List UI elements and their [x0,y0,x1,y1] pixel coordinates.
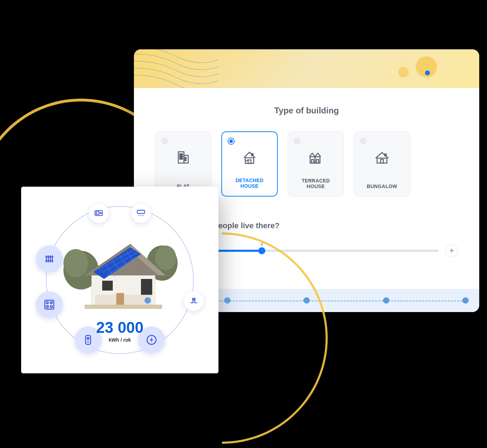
radiator-icon [36,245,63,272]
section-title: Type of building [155,106,458,116]
svg-rect-15 [312,160,314,163]
pipe-icon [184,291,204,311]
svg-rect-5 [181,156,183,157]
svg-rect-4 [180,156,181,157]
progress-step-dot[interactable] [224,297,230,304]
svg-rect-49 [193,298,195,300]
svg-point-21 [63,249,88,277]
card-header-decoration [134,49,479,88]
radio-indicator [228,138,235,145]
progress-step-dot[interactable] [383,297,389,304]
svg-point-41 [100,212,101,214]
svg-rect-11 [248,160,251,163]
svg-rect-44 [45,300,54,309]
option-label: TERRACED HOUSE [292,178,339,189]
terraced-house-icon [307,149,325,166]
svg-point-48 [50,306,53,308]
energy-value-unit: kWh / rok [96,337,144,343]
progress-step-dot[interactable] [462,297,469,304]
wave-lines-decoration [134,49,218,88]
svg-rect-8 [185,157,186,158]
svg-point-23 [155,245,176,270]
svg-rect-16 [316,160,319,163]
svg-point-51 [87,337,89,340]
house-illustration [60,224,180,316]
option-detached-house[interactable]: DETACHED HOUSE [221,131,278,197]
svg-rect-42 [96,212,99,214]
svg-rect-43 [137,210,145,213]
progress-step-dot[interactable] [303,297,310,304]
svg-rect-3 [181,154,183,155]
svg-rect-9 [185,160,186,161]
svg-rect-6 [180,158,181,159]
svg-rect-2 [180,154,181,155]
microwave-icon [89,203,109,223]
flat-building-icon [174,149,192,166]
svg-point-45 [47,302,49,304]
energy-summary-card: 23 000 kWh / rok [21,187,218,373]
detached-house-icon [241,149,258,167]
svg-rect-19 [385,154,386,156]
option-terraced-house[interactable]: TERRACED HOUSE [288,131,344,197]
progress-step-dot[interactable] [144,297,151,304]
ac-icon [131,203,151,223]
increment-button[interactable]: + [445,244,458,257]
svg-point-47 [47,306,49,308]
svg-rect-39 [85,305,162,309]
radio-indicator [294,137,301,144]
energy-value-number: 23 000 [96,319,144,336]
svg-rect-17 [377,158,387,163]
svg-rect-37 [141,279,152,295]
svg-rect-50 [86,335,91,344]
decorative-dot [425,70,430,75]
svg-rect-18 [381,160,383,163]
option-label: BUNGALOW [367,183,397,189]
radio-indicator [161,137,168,144]
svg-rect-7 [181,158,183,159]
option-label: DETACHED HOUSE [226,178,273,189]
energy-readout: 23 000 kWh / rok [96,319,144,343]
bungalow-icon [373,149,391,166]
option-bungalow[interactable]: BUNGALOW [354,131,410,197]
radio-indicator [360,137,367,144]
appliance-ring: 23 000 kWh / rok [46,206,194,354]
svg-rect-36 [102,281,113,291]
cooktop-icon [36,291,63,318]
svg-rect-38 [116,293,124,305]
svg-point-46 [50,302,53,304]
